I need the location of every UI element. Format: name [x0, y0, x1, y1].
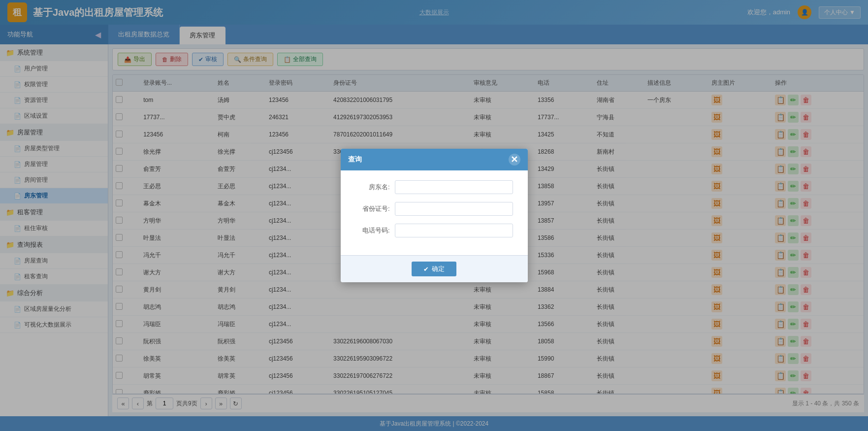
query-modal: 查询 ✕ 房东名: 省份证号: 电话号码: ✔ 确定: [341, 149, 528, 282]
phone-input[interactable]: [395, 224, 513, 237]
landlord-name-input[interactable]: [395, 180, 513, 194]
modal-body: 房东名: 省份证号: 电话号码:: [341, 170, 528, 255]
modal-title: 查询: [348, 155, 362, 164]
modal-footer: ✔ 确定: [341, 255, 528, 282]
id-card-input[interactable]: [395, 202, 513, 216]
form-row-phone: 电话号码:: [355, 224, 513, 237]
form-row-id-card: 省份证号:: [355, 202, 513, 216]
id-card-label: 省份证号:: [355, 204, 390, 213]
check-circle-icon: ✔: [423, 265, 429, 273]
landlord-name-label: 房东名:: [355, 183, 390, 192]
form-row-landlord-name: 房东名:: [355, 180, 513, 194]
modal-overlay: 查询 ✕ 房东名: 省份证号: 电话号码: ✔ 确定: [0, 0, 868, 431]
phone-label: 电话号码:: [355, 226, 390, 235]
confirm-label: 确定: [432, 265, 445, 273]
modal-header: 查询 ✕: [341, 149, 528, 170]
modal-close-button[interactable]: ✕: [509, 154, 520, 166]
confirm-button[interactable]: ✔ 确定: [412, 262, 456, 276]
